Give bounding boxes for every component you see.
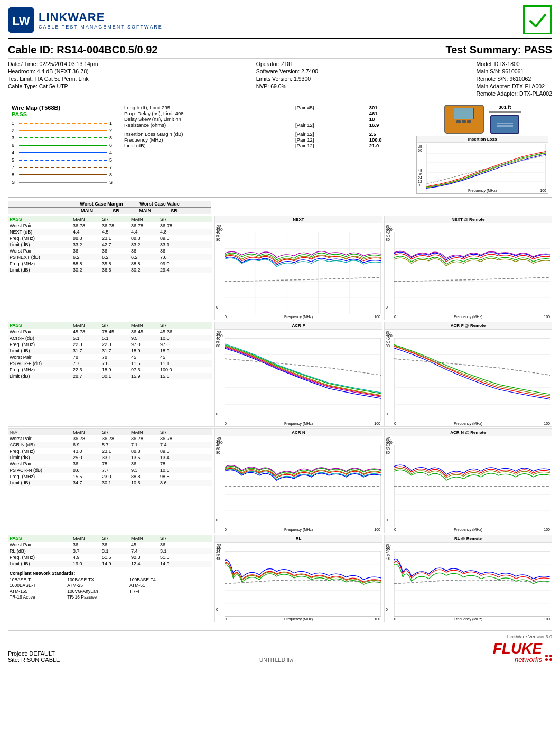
rl-r0-ms: 36 bbox=[102, 542, 131, 547]
logo-text: LINKWARE CABLE TEST MANAGEMENT SOFTWARE bbox=[39, 11, 163, 30]
acrn-r2-ms: 23.1 bbox=[102, 449, 131, 454]
device-area: 301 ft Insertion Loss dB60 483624120 bbox=[416, 105, 548, 194]
rl-main2: MAIN bbox=[131, 536, 160, 541]
acrf-r4: Worst Pair78784545 bbox=[8, 354, 212, 360]
btn2 bbox=[462, 120, 466, 123]
il-x-label: Frequency (MHz) bbox=[468, 189, 497, 192]
nr7-mm: 30.2 bbox=[73, 267, 102, 273]
acrfr-xlabel: Frequency (MHz) bbox=[454, 422, 482, 425]
acrn-r1: ACR-N (dB)6.95.77.17.4 bbox=[8, 442, 212, 448]
rl-r1: RL (dB)3.73.17.43.1 bbox=[8, 548, 212, 554]
il-y-top: dB60 bbox=[418, 145, 423, 152]
acrf-r6-vs: 100.0 bbox=[160, 367, 189, 372]
networks-brand: networks bbox=[515, 656, 542, 663]
limit-pair: [Pair 12] bbox=[285, 143, 364, 148]
rl-xlabel: Frequency (MHz) bbox=[284, 617, 313, 621]
cn-6: ATM-25 bbox=[67, 583, 122, 588]
acrn-r2-l: Freq. (MHz) bbox=[10, 449, 73, 454]
acrn-ylabel: dB100 bbox=[215, 436, 382, 445]
acrf-r5-l: PS ACR-F (dB) bbox=[10, 361, 73, 366]
logo-icon: LW bbox=[8, 7, 34, 33]
nr0-vm: 36-78 bbox=[131, 223, 160, 228]
limit-value: 21.0 bbox=[364, 143, 412, 148]
wire-lines: 1 1 2 2 3 3 6 6 bbox=[12, 119, 115, 186]
main-sn: Main S/N: 9610061 bbox=[476, 68, 552, 74]
il-svg bbox=[426, 144, 546, 191]
next-sr-label: SR bbox=[102, 217, 131, 222]
rl-r3-vs: 14.9 bbox=[160, 561, 189, 566]
device-screen bbox=[454, 108, 474, 119]
next-graph-svg bbox=[225, 232, 381, 314]
acrf-r6-vm: 97.3 bbox=[131, 367, 160, 372]
acrf-r6-ms: 18.9 bbox=[102, 367, 131, 372]
acrn-remote-graph: ACR-N @ Remote dB100 0 100 Frequency (MH bbox=[384, 429, 552, 533]
length-value: 301 bbox=[364, 105, 412, 110]
rl-status-row: PASS MAIN SR MAIN SR bbox=[8, 535, 212, 542]
remote-line1 bbox=[497, 123, 513, 124]
next-graph-ylabel: dB100 bbox=[215, 223, 382, 232]
wire-row-1: 1 1 bbox=[12, 119, 115, 127]
acrn-r3-vm: 13.5 bbox=[131, 455, 160, 460]
cable-distance: 301 ft bbox=[499, 105, 511, 110]
footer: Project: DEFAULT Site: RISUN CABLE UNTIT… bbox=[8, 630, 552, 663]
rl-r3: Limit (dB)19.014.912.414.9 bbox=[8, 561, 212, 567]
nr7-l: Limit (dB) bbox=[10, 267, 73, 273]
rl-status: PASS bbox=[10, 536, 73, 541]
rl-sr2: SR bbox=[160, 536, 189, 541]
acrf-status: PASS bbox=[10, 323, 73, 328]
acrn-r4-vm: 36 bbox=[131, 461, 160, 467]
length-label: Length (ft), Limit 295 bbox=[124, 105, 285, 110]
nr2-mm: 88.8 bbox=[73, 236, 102, 241]
nr3-mm: 33.2 bbox=[73, 242, 102, 247]
meas-row-length: Length (ft), Limit 295 [Pair 45] 301 bbox=[124, 105, 412, 110]
acrn-r3: Limit (dB)25.033.113.513.4 bbox=[8, 454, 212, 461]
limits-version: Limits Version: 1.9300 bbox=[256, 76, 318, 82]
btn1 bbox=[456, 120, 461, 123]
acrn-r6-mm: 15.5 bbox=[73, 474, 102, 479]
nr7-ms: 36.6 bbox=[102, 267, 131, 273]
acrn-r3-mm: 25.0 bbox=[73, 455, 102, 460]
nr3-vm: 33.2 bbox=[131, 242, 160, 247]
acrf-r1: ACR-F (dB)5.15.19.510.0 bbox=[8, 335, 212, 341]
acrn-r7-vm: 10.5 bbox=[131, 480, 160, 486]
wire-row-7: 7 7 bbox=[12, 164, 115, 171]
rl-r2: Freq. (MHz)4.951.592.351.5 bbox=[8, 554, 212, 561]
measurements-table: Length (ft), Limit 295 [Pair 45] 301 Pro… bbox=[124, 105, 412, 148]
nr0-ms: 36-78 bbox=[102, 223, 131, 228]
wire-row-6: 6 6 bbox=[12, 142, 115, 149]
nr0-vs: 36-78 bbox=[160, 223, 189, 228]
acrf-yv-t: 20406080 bbox=[216, 333, 220, 348]
acrf-r6: Freq. (MHz)22.318.997.3100.0 bbox=[8, 367, 212, 373]
info-col-center: Operator: ZDH Software Version: 2.7400 L… bbox=[256, 61, 318, 97]
rl-remote-graph: RL @ Remote dB60 0 100 Frequency (MHz) 0 bbox=[384, 535, 552, 622]
acrf-graph-main: ACR-F dB100 0 100 bbox=[214, 322, 382, 426]
rl-r3-vm: 12.4 bbox=[131, 561, 160, 566]
acrn-r1-ms: 5.7 bbox=[102, 442, 131, 447]
acrn-r7-ms: 30.1 bbox=[102, 480, 131, 486]
next-row-0: Worst Pair 36-78 36-78 36-78 36-78 bbox=[8, 222, 212, 229]
acrf-r2-l: Freq. (MHz) bbox=[10, 342, 73, 347]
acrn-r3-ms: 33.1 bbox=[102, 455, 131, 460]
rl-r2-vs: 51.5 bbox=[160, 555, 189, 560]
acrf-r6-l: Freq. (MHz) bbox=[10, 367, 73, 372]
acrf-remote-title: ACR-F @ Remote bbox=[385, 322, 552, 330]
acrn-r5-vs: 10.6 bbox=[160, 468, 189, 473]
acrfr-ylabel: dB100 bbox=[385, 330, 552, 338]
rl-r0-l: Worst Pair bbox=[10, 542, 73, 547]
acrf-r2-vm: 97.0 bbox=[131, 342, 160, 347]
nvp: NVP: 69.0% bbox=[256, 83, 318, 89]
acrn-r7-vs: 8.6 bbox=[160, 480, 189, 486]
acrf-r2-ms: 22.3 bbox=[102, 342, 131, 347]
nr4-vm: 36 bbox=[131, 248, 160, 254]
rl-r3-mm: 19.0 bbox=[73, 561, 102, 566]
acrf-r1-l: ACR-F (dB) bbox=[10, 335, 73, 341]
nr3-l: Limit (dB) bbox=[10, 242, 73, 247]
acrn-r1-l: ACR-N (dB) bbox=[10, 442, 73, 447]
acrn-table: N/A MAIN SR MAIN SR Worst Pair36-7836-78… bbox=[8, 429, 212, 533]
col-sh-sr2: SR bbox=[160, 208, 189, 213]
col-subheader-row: MAIN SR MAIN SR bbox=[8, 208, 211, 214]
acrf-graph-title: ACR-F bbox=[215, 322, 382, 330]
rl-xv-r: 100 bbox=[374, 617, 380, 621]
next-graph-main: NEXT dB100 bbox=[214, 216, 382, 320]
main-device bbox=[444, 105, 484, 134]
